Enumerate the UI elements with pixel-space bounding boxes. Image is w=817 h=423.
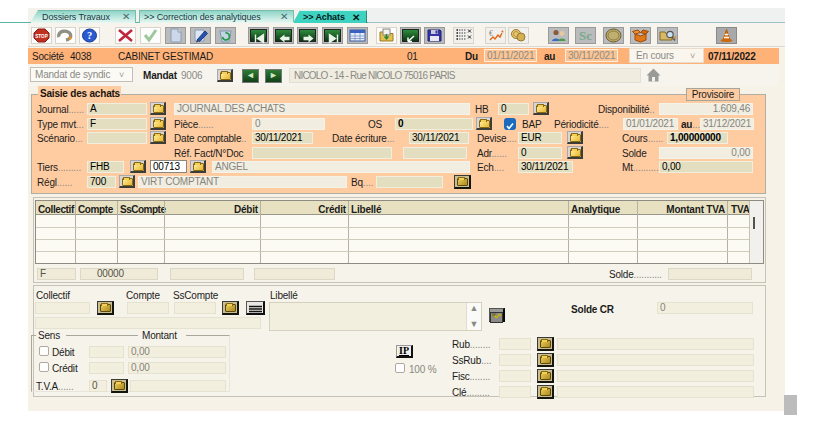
- svg-text:?: ?: [87, 30, 92, 41]
- svg-text:Sc: Sc: [579, 28, 592, 43]
- svg-text:STOP: STOP: [35, 34, 47, 39]
